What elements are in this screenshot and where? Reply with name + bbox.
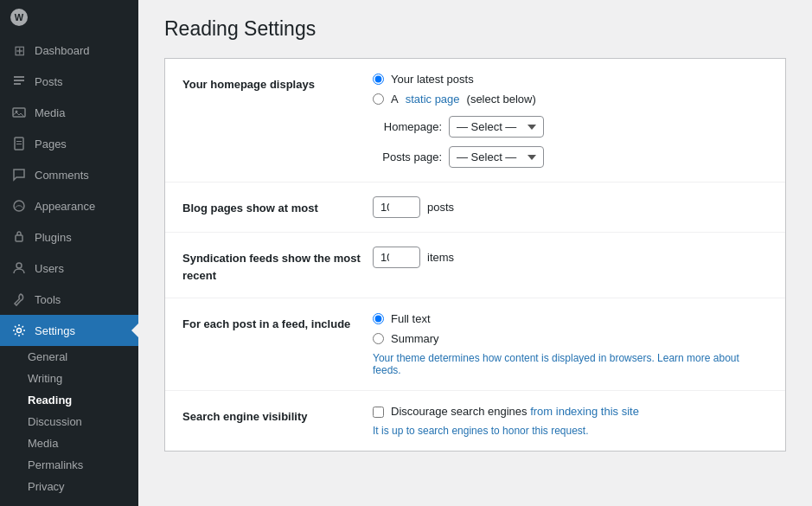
search-engine-checkbox[interactable]	[373, 407, 384, 418]
settings-form: Your homepage displays Your latest posts…	[164, 58, 786, 452]
sidebar-item-users[interactable]: Users	[0, 253, 138, 284]
submenu-item-media-sub[interactable]: Media	[0, 432, 138, 454]
svg-rect-6	[16, 141, 22, 142]
main-content: Reading Settings Your homepage displays …	[138, 0, 812, 506]
summary-option[interactable]: Summary	[373, 332, 768, 345]
sidebar-item-comments[interactable]: Comments	[0, 159, 138, 190]
homepage-radio-group: Your latest posts A static page (select …	[373, 73, 768, 106]
submenu-item-general[interactable]: General	[0, 346, 138, 368]
sidebar-item-label: Plugins	[35, 231, 72, 244]
posts-page-select-row: Posts page: — Select —	[373, 146, 768, 168]
blog-pages-number-row: posts	[373, 196, 768, 218]
svg-rect-1	[14, 80, 24, 81]
feed-include-label: For each post in a feed, include	[182, 312, 373, 333]
sidebar-item-label: Settings	[35, 324, 75, 337]
blog-pages-control: posts	[373, 196, 768, 218]
latest-posts-label: Your latest posts	[391, 73, 474, 86]
comments-icon	[10, 166, 28, 183]
latest-posts-option[interactable]: Your latest posts	[373, 73, 768, 86]
svg-rect-0	[14, 76, 24, 78]
blog-pages-input[interactable]	[373, 196, 420, 218]
submenu-item-reading[interactable]: Reading	[0, 389, 138, 411]
syndication-feeds-control: items	[373, 247, 768, 268]
syndication-feeds-input[interactable]	[373, 247, 420, 268]
summary-radio[interactable]	[373, 333, 384, 344]
engine-note-before: It is up to search engines to	[373, 425, 502, 437]
feed-include-row: For each post in a feed, include Full te…	[165, 298, 785, 391]
homepage-select-label: Homepage:	[373, 120, 442, 133]
media-icon	[10, 104, 28, 121]
sidebar-item-appearance[interactable]: Appearance	[0, 190, 138, 221]
homepage-select-row: Homepage: — Select —	[373, 116, 768, 138]
svg-point-10	[16, 263, 22, 268]
static-page-radio[interactable]	[373, 93, 384, 105]
latest-posts-radio[interactable]	[373, 74, 384, 85]
submenu-item-privacy[interactable]: Privacy	[0, 476, 138, 497]
sidebar-item-label: Media	[35, 106, 65, 119]
posts-page-select-label: Posts page:	[373, 151, 442, 163]
appearance-icon	[10, 197, 28, 215]
syndication-number-row: items	[373, 247, 768, 268]
sidebar-item-settings[interactable]: Settings	[0, 315, 138, 346]
tools-icon	[10, 291, 28, 308]
search-engine-label: Search engine visibility	[182, 405, 373, 426]
search-engine-checkbox-text: Discourage search engines from indexing …	[391, 405, 639, 418]
sidebar-item-label: Comments	[35, 169, 89, 182]
checkbox-link[interactable]: from indexing this site	[530, 405, 639, 418]
blog-pages-label: Blog pages show at most	[182, 196, 373, 217]
static-page-text-after: (select below)	[467, 93, 536, 106]
blog-pages-row: Blog pages show at most posts	[165, 183, 785, 233]
full-text-option[interactable]: Full text	[373, 312, 768, 325]
sidebar-item-tools[interactable]: Tools	[0, 284, 138, 315]
posts-page-select[interactable]: — Select —	[449, 146, 544, 168]
svg-rect-9	[16, 235, 22, 241]
sidebar-item-pages[interactable]: Pages	[0, 128, 138, 159]
svg-rect-2	[14, 83, 21, 85]
homepage-displays-label: Your homepage displays	[182, 73, 373, 93]
full-text-radio[interactable]	[373, 313, 384, 324]
submenu-item-permalinks[interactable]: Permalinks	[0, 454, 138, 476]
static-page-link[interactable]: static page	[406, 93, 460, 106]
sidebar-item-label: Users	[35, 262, 64, 275]
summary-label: Summary	[391, 332, 439, 345]
dashboard-icon: ⊞	[10, 42, 28, 59]
users-icon	[10, 259, 28, 277]
engine-note: It is up to search engines to honor this…	[373, 425, 768, 437]
sidebar-item-label: Appearance	[35, 200, 95, 213]
syndication-feeds-row: Syndication feeds show the most recent i…	[165, 233, 785, 298]
submenu-item-writing[interactable]: Writing	[0, 368, 138, 389]
static-page-option[interactable]: A static page (select below)	[373, 93, 768, 106]
sidebar-item-dashboard[interactable]: ⊞ Dashboard	[0, 35, 138, 66]
homepage-displays-control: Your latest posts A static page (select …	[373, 73, 768, 168]
sidebar-item-label: Posts	[35, 75, 63, 88]
feed-include-control: Full text Summary Your theme determines …	[373, 312, 768, 376]
search-engine-row: Search engine visibility Discourage sear…	[165, 391, 785, 451]
feed-note: Your theme determines how content is dis…	[373, 352, 768, 376]
static-page-text-before: A	[391, 93, 399, 106]
search-engine-control: Discourage search engines from indexing …	[373, 405, 768, 437]
pages-icon	[10, 135, 28, 152]
checkbox-text-before: Discourage search engines	[391, 405, 530, 418]
svg-rect-7	[16, 144, 22, 144]
blog-pages-input-wrap	[373, 196, 420, 218]
engine-note-link[interactable]: honor	[502, 425, 529, 437]
sidebar-logo: W	[0, 0, 138, 35]
settings-submenu: General Writing Reading Discussion Media…	[0, 346, 138, 497]
homepage-select[interactable]: — Select —	[449, 116, 544, 138]
sidebar-item-posts[interactable]: Posts	[0, 66, 138, 97]
sidebar-item-media[interactable]: Media	[0, 97, 138, 128]
posts-icon	[10, 73, 28, 90]
sidebar: W ⊞ Dashboard Posts Media Pages Comments…	[0, 0, 138, 506]
syndication-feeds-unit: items	[427, 251, 454, 264]
blog-pages-unit: posts	[427, 201, 454, 214]
sidebar-item-plugins[interactable]: Plugins	[0, 221, 138, 253]
search-engine-checkbox-row: Discourage search engines from indexing …	[373, 405, 768, 418]
page-title: Reading Settings	[164, 17, 786, 41]
submenu-item-discussion[interactable]: Discussion	[0, 411, 138, 432]
feed-include-radio-group: Full text Summary	[373, 312, 768, 345]
full-text-label: Full text	[391, 312, 431, 325]
syndication-input-wrap	[373, 247, 420, 268]
wp-icon: W	[10, 9, 28, 26]
sidebar-item-label: Pages	[35, 138, 67, 151]
engine-note-after: this request.	[529, 425, 589, 437]
